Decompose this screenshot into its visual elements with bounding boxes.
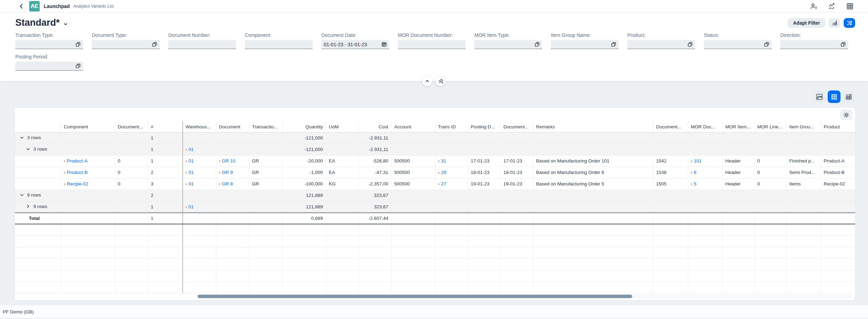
- cell-empty: [533, 270, 653, 281]
- cell-link[interactable]: ›31: [438, 158, 447, 164]
- cell-link[interactable]: ›Recipe-02: [64, 181, 88, 186]
- adapt-filter-button[interactable]: Adapt Filter: [788, 18, 825, 28]
- collapse-header-button[interactable]: [422, 76, 433, 86]
- filter-input-product[interactable]: [630, 42, 688, 47]
- cell-empty: [183, 247, 216, 258]
- cell-link[interactable]: ›01: [186, 170, 194, 175]
- user-settings-button[interactable]: [810, 2, 818, 10]
- value-help-icon[interactable]: [688, 42, 693, 47]
- cell-link[interactable]: ›Product-A: [64, 158, 88, 164]
- views-button[interactable]: [844, 18, 855, 28]
- cell-link[interactable]: ›01: [186, 181, 194, 186]
- filter-input-document-date[interactable]: [324, 42, 381, 47]
- cell-empty: [821, 270, 855, 281]
- cell-link[interactable]: ›01: [186, 204, 194, 209]
- value-help-icon[interactable]: [535, 42, 540, 47]
- cell-empty: [148, 224, 183, 236]
- cell-empty: [326, 224, 359, 236]
- view-chart-button[interactable]: [813, 90, 826, 103]
- expand-toggle-collapse-icon[interactable]: [20, 136, 24, 140]
- calendar-icon[interactable]: [381, 42, 387, 47]
- view-table-button[interactable]: [842, 90, 855, 103]
- column-header-morline[interactable]: MOR Line...: [754, 121, 786, 132]
- cell-link[interactable]: ›GR 9: [219, 170, 233, 175]
- column-header-uom[interactable]: UoM: [326, 121, 359, 132]
- expand-toggle-expand-icon[interactable]: [26, 204, 30, 208]
- cell-link[interactable]: ›GR 8: [219, 181, 233, 186]
- filter-input-status[interactable]: [706, 42, 764, 47]
- cell-link[interactable]: ›5: [691, 181, 697, 186]
- column-header-account[interactable]: Account: [391, 121, 435, 132]
- value-help-icon[interactable]: [841, 42, 846, 47]
- column-header-mordoc[interactable]: MOR Doc...: [688, 121, 722, 132]
- table-settings-button[interactable]: [840, 110, 852, 120]
- cell-document: ›GR 8: [216, 178, 249, 190]
- chart-mode-button[interactable]: [829, 18, 840, 28]
- cell-link[interactable]: ›101: [691, 158, 702, 164]
- cell-document: [216, 132, 249, 144]
- value-help-icon[interactable]: [75, 42, 81, 47]
- analytics-table: ComponentDocument...#Warehous...Document…: [15, 121, 855, 293]
- column-header-moritem[interactable]: MOR Item...: [722, 121, 754, 132]
- filter-input-document-type[interactable]: [94, 42, 152, 47]
- filter-input-component[interactable]: [247, 42, 310, 47]
- cell-link[interactable]: ›GR 10: [219, 158, 236, 164]
- column-header-warehouse[interactable]: Warehous...: [183, 121, 216, 132]
- filter-input-mor-document-number[interactable]: [400, 42, 463, 47]
- column-header-postingd[interactable]: Posting D...: [468, 121, 500, 132]
- cell-account: 500500: [391, 167, 435, 178]
- value-help-icon[interactable]: [75, 63, 81, 69]
- cell-mordoc: ›101: [688, 155, 722, 167]
- column-header-num[interactable]: #: [148, 121, 183, 132]
- cell-tree: 3 rows: [15, 144, 61, 155]
- filter-input-direction[interactable]: [783, 42, 841, 47]
- cell-warehouse: [183, 132, 216, 144]
- cell-link[interactable]: ›29: [438, 170, 447, 175]
- cell-link[interactable]: ›01: [186, 158, 194, 164]
- cell-empty: [148, 247, 183, 258]
- filter-input-transaction-type[interactable]: [18, 42, 75, 47]
- expand-toggle-collapse-icon[interactable]: [26, 147, 30, 151]
- column-header-transaction[interactable]: Transactio...: [249, 121, 282, 132]
- filter-input-posting-period[interactable]: [18, 63, 75, 69]
- cell-empty: [786, 236, 821, 247]
- column-header-cost[interactable]: Cost: [359, 121, 391, 132]
- cell-link[interactable]: ›6: [691, 170, 697, 175]
- cell-link[interactable]: ›Product-B: [64, 170, 88, 175]
- cell-tree: 3 rows: [15, 132, 61, 144]
- link-chevron-icon: ›: [64, 170, 66, 175]
- filter-input-mor-item-type[interactable]: [477, 42, 535, 47]
- cell-link[interactable]: ›27: [438, 181, 447, 186]
- filter-input-document-number[interactable]: [171, 42, 234, 47]
- cell-empty: [249, 236, 282, 247]
- column-header-product[interactable]: Product: [821, 121, 855, 132]
- back-button[interactable]: [18, 3, 24, 10]
- column-header-itemgroup[interactable]: Item Grou...: [786, 121, 821, 132]
- column-header-document[interactable]: Document: [216, 121, 249, 132]
- column-header-remarks[interactable]: Remarks: [533, 121, 653, 132]
- value-help-icon[interactable]: [611, 42, 616, 47]
- column-header-quantity[interactable]: Quantity: [282, 121, 326, 132]
- cell-link[interactable]: ›01: [186, 147, 194, 152]
- column-header-doc2[interactable]: Document...: [500, 121, 533, 132]
- filter-input-item-group-name[interactable]: [553, 42, 611, 47]
- column-header-doc1[interactable]: Document...: [115, 121, 148, 132]
- column-header-tree[interactable]: [15, 121, 61, 132]
- column-header-component[interactable]: Component: [61, 121, 115, 132]
- cell-empty: [435, 270, 468, 281]
- column-header-transid[interactable]: Trans ID: [435, 121, 468, 132]
- variant-selector[interactable]: Standard*: [15, 17, 68, 28]
- analytics-button[interactable]: [828, 2, 836, 10]
- cell-empty: [326, 270, 359, 281]
- view-grid-button[interactable]: [828, 90, 841, 103]
- cell-doc2: [500, 201, 533, 213]
- pin-header-button[interactable]: [436, 76, 446, 86]
- group-row: 3 rows1-121,000-2.931,11: [15, 132, 855, 144]
- launchpad-grid-button[interactable]: [846, 2, 854, 10]
- value-help-icon[interactable]: [152, 42, 157, 47]
- column-header-doc3[interactable]: Document...: [653, 121, 688, 132]
- value-help-icon[interactable]: [764, 42, 769, 47]
- expand-toggle-collapse-icon[interactable]: [20, 193, 24, 197]
- scrollbar-thumb[interactable]: [198, 295, 632, 298]
- filter-field-mor-document-number: MOR Document Number:: [398, 32, 466, 49]
